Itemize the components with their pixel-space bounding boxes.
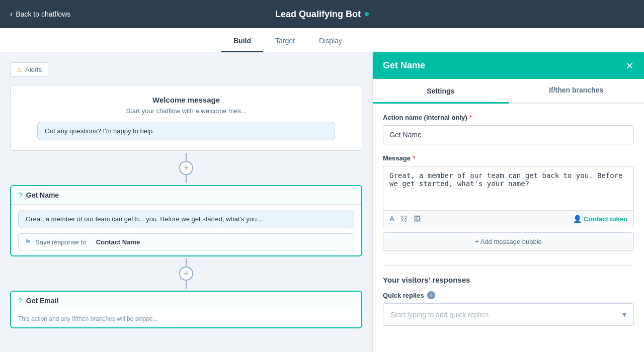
get-email-description: This action and any if/then branches wil… [18,315,354,322]
connector-line-4 [186,281,187,289]
get-name-header: ? Get Name [11,186,361,205]
connector-1: + [10,151,362,185]
tab-bar: Build Target Display [0,28,644,52]
save-target: Contact Name [96,238,140,246]
required-marker-2: * [413,154,415,162]
action-name-input[interactable] [383,125,634,144]
status-dot [365,12,369,16]
get-email-header: ? Get Email [11,292,361,310]
message-textarea[interactable]: Great, a member of our team can get back… [383,166,633,209]
add-step-button-1[interactable]: + [179,161,193,175]
right-panel-header: Get Name ✕ [373,52,644,79]
right-panel: Get Name ✕ Settings If/then branches Act… [372,52,644,352]
top-nav: ‹ Back to chatflows Lead Qualifying Bot [0,0,644,28]
action-name-label: Action name (internal only) * [383,114,634,121]
connector-line [186,153,187,161]
tab-display[interactable]: Display [307,31,354,52]
page-title: Lead Qualifying Bot [275,9,369,20]
flag-icon: ⚑ [25,238,31,246]
textarea-toolbar: A ⛓ 🖼 👤 Contact token [383,210,633,227]
right-panel-title: Get Name [383,60,425,71]
connector-line-2 [186,175,187,183]
get-email-title: Get Email [26,297,59,305]
welcome-title: Welcome message [21,96,352,104]
link-icon[interactable]: ⛓ [400,215,408,223]
tab-build[interactable]: Build [221,31,263,52]
back-to-chatflows-button[interactable]: ‹ Back to chatflows [0,10,80,19]
quick-replies-placeholder: Start typing to add quick replies [390,311,489,319]
close-button[interactable]: ✕ [625,61,634,71]
save-response: ⚑ Save response to Contact Name [18,233,354,250]
left-panel: ⚠ Alerts Welcome message Start your chat… [0,52,372,352]
back-label: Back to chatflows [16,10,70,18]
get-name-bubble: Great, a member of our team can get b...… [18,210,354,228]
add-message-bubble-button[interactable]: + Add message bubble [383,232,634,251]
get-name-body: Great, a member of our team can get b...… [11,205,361,255]
welcome-block: Welcome message Start your chatflow with… [10,85,362,151]
tab-settings[interactable]: Settings [373,80,509,104]
quick-replies-label: Quick replies i [383,291,634,299]
back-chevron-icon: ‹ [10,10,13,19]
right-content: Action name (internal only) * Message * … [373,104,644,352]
tab-ifthen-branches[interactable]: If/then branches [509,79,645,103]
tab-target[interactable]: Target [263,31,307,52]
image-icon[interactable]: 🖼 [414,215,421,223]
connector-line-3 [186,258,187,267]
get-name-icon: ? [18,191,22,199]
person-icon: 👤 [573,215,582,223]
main-content: ⚠ Alerts Welcome message Start your chat… [0,52,644,352]
quick-replies-info-icon[interactable]: i [427,291,435,299]
visitors-responses-heading: Your visitors' responses [383,276,634,284]
welcome-subtitle: Start your chatflow with a welcome mes..… [21,107,352,115]
get-name-title: Get Name [26,191,59,199]
get-name-block[interactable]: ? Get Name Great, a member of our team c… [10,185,362,256]
right-tabs: Settings If/then branches [373,79,644,104]
quick-replies-dropdown[interactable]: Start typing to add quick replies ▾ [383,303,634,326]
get-email-block[interactable]: ? Get Email This action and any if/then … [10,291,362,328]
divider [383,265,634,266]
get-email-icon: ? [18,297,22,305]
contact-token-button[interactable]: 👤 Contact token [573,215,627,223]
alerts-button[interactable]: ⚠ Alerts [10,62,48,77]
get-email-body: This action and any if/then branches wil… [11,310,361,327]
required-marker: * [469,114,472,121]
contact-token-label: Contact token [584,215,627,223]
alert-icon: ⚠ [17,66,22,73]
alerts-label: Alerts [25,66,42,73]
welcome-bubble: Got any questions? I'm happy to help. [37,122,335,140]
bold-icon[interactable]: A [389,215,394,223]
connector-2: + [10,256,362,291]
message-textarea-wrapper: Great, a member of our team can get back… [383,166,634,227]
chevron-down-icon: ▾ [622,310,626,319]
add-step-button-2[interactable]: + [179,267,193,281]
message-label: Message * [383,154,634,162]
